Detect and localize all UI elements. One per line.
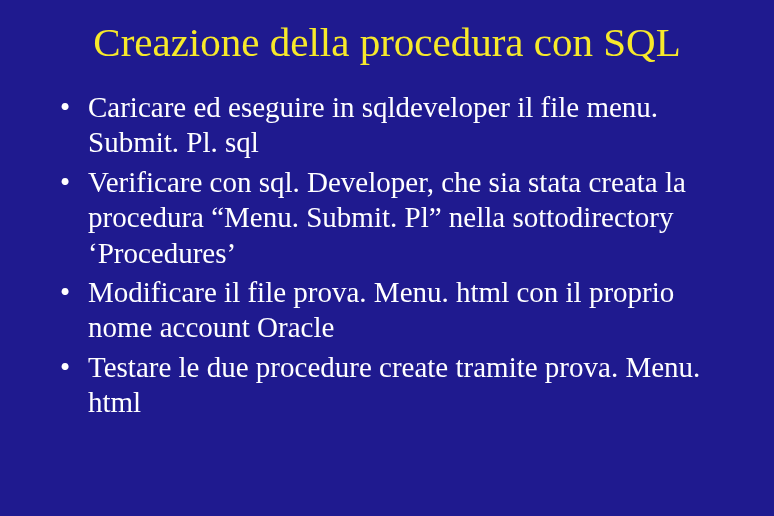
list-item: Verificare con sql. Developer, che sia s… xyxy=(60,165,724,271)
list-item: Testare le due procedure create tramite … xyxy=(60,350,724,421)
slide-title: Creazione della procedura con SQL xyxy=(40,18,734,66)
list-item: Modificare il file prova. Menu. html con… xyxy=(60,275,724,346)
list-item: Caricare ed eseguire in sqldeveloper il … xyxy=(60,90,724,161)
bullet-list: Caricare ed eseguire in sqldeveloper il … xyxy=(40,90,734,420)
slide: Creazione della procedura con SQL Carica… xyxy=(0,0,774,516)
